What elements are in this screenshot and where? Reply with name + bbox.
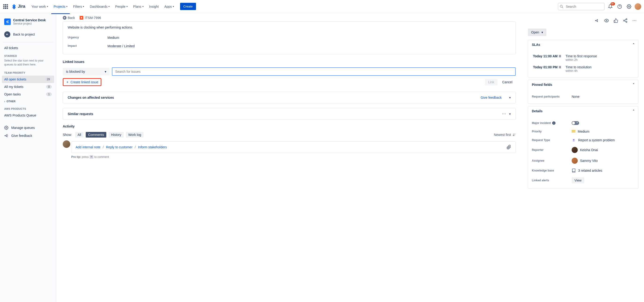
nav-projects[interactable]: Projects▾ [51,3,70,10]
sidebar-all-tickets[interactable]: All tickets [2,44,54,52]
search-input[interactable] [558,3,605,10]
reporter-avatar [572,147,578,153]
chevron-down-icon[interactable]: ▾ [509,112,511,116]
major-incident-toggle[interactable] [572,121,579,125]
show-label: Show: [63,133,72,137]
changes-panel[interactable]: Changes on affected services Give feedba… [63,92,516,103]
jira-logo-text: Jira [18,4,25,9]
queue-aws-products[interactable]: AWS Products Queue [2,112,54,119]
sort-button[interactable]: Newest first [494,133,516,137]
help-button[interactable] [616,3,624,10]
breadcrumb-back[interactable]: Back [63,16,75,20]
queue-all-open-tickets[interactable]: All open tickets29 [2,75,54,83]
project-icon [4,18,11,25]
chevron-down-icon: ▾ [83,5,84,8]
link-button[interactable]: Link [485,79,498,85]
link-type-select[interactable]: is blocked by ▾ [63,68,110,75]
info-icon[interactable]: i [552,121,556,125]
assignee-value[interactable]: Sammy Vito [572,158,598,164]
profile-avatar[interactable] [635,3,641,10]
queue-open-tasks[interactable]: Open tasks1 [2,90,54,98]
notifications-button[interactable]: 9+ [606,3,614,10]
reply-to-customer[interactable]: Reply to customer [106,145,132,149]
svg-point-12 [626,21,627,22]
cancel-button[interactable]: Cancel [499,79,516,85]
project-type: Service project [13,22,46,25]
priority-value[interactable]: Medium [572,130,590,133]
like-icon[interactable] [612,17,620,24]
pinned-header[interactable]: Pinned fields ˄ [528,80,638,90]
inform-stakeholders[interactable]: Inform stakeholders [138,145,167,149]
tab-history[interactable]: History [109,132,124,138]
svg-point-0 [560,5,562,7]
activity-heading: Activity [63,124,516,128]
svg-point-6 [81,17,82,18]
tab-all[interactable]: All [75,132,84,138]
chevron-up-icon: ˄ [633,109,634,113]
svg-line-1 [562,7,563,8]
chevron-down-icon: ▾ [47,5,48,8]
gear-icon [4,126,8,130]
attachment-icon[interactable] [506,145,511,149]
request-type-value[interactable]: Report a system problem [572,138,615,142]
knowledge-base-value[interactable]: 3 related articles [572,168,602,173]
svg-point-9 [606,20,607,21]
add-internal-note[interactable]: Add internal note [76,145,100,149]
reporter-value[interactable]: Keisha Onai [572,147,598,153]
app-switcher-icon[interactable] [3,4,8,9]
request-participants-value[interactable]: None [572,95,579,98]
impact-label: Impact [68,44,108,48]
queue-count: 29 [45,77,52,81]
nav-dashboards[interactable]: Dashboards▾ [87,3,112,10]
back-to-project[interactable]: Back to project [2,29,54,39]
other-section[interactable]: ›OTHER [2,98,54,105]
nav-filters[interactable]: Filters▾ [71,3,86,10]
nav-plans[interactable]: Plans▾ [131,3,146,10]
chevron-down-icon[interactable]: ▾ [509,96,511,99]
pinned-fields-card: Pinned fields ˄ Request participants Non… [528,80,638,104]
starred-hint: Select the star icon next to your queues… [2,59,54,68]
more-actions-icon[interactable]: ··· [631,17,638,24]
create-button[interactable]: Create [180,3,196,10]
share-icon[interactable] [622,17,629,24]
watch-icon[interactable] [603,17,610,24]
urgency-label: Urgency [68,36,108,39]
nav-apps[interactable]: Apps▾ [162,3,176,10]
queue-all-my-tickets[interactable]: All my tickets0 [2,83,54,90]
more-icon[interactable]: ··· [502,112,506,116]
svg-line-14 [624,19,626,20]
sidebar: Central Service Desk Service project Bac… [0,13,56,302]
settings-button[interactable] [625,3,633,10]
feedback-icon[interactable] [594,17,601,24]
description-panel: Website is clocking when performing acti… [63,21,516,54]
comment-input[interactable]: Add internal note / Reply to customer / … [71,141,516,153]
current-user-avatar [63,140,70,148]
manage-queues[interactable]: Manage queues [2,124,54,132]
assignee-label: Assignee [532,159,572,162]
tab-comments[interactable]: Comments [86,132,106,138]
give-feedback-link[interactable]: Give feedback [481,96,502,99]
status-dropdown[interactable]: Open ▾ [528,28,546,36]
give-feedback[interactable]: Give feedback [2,132,54,140]
arrow-left-icon [63,16,66,20]
plus-icon [66,80,69,84]
similar-requests-panel[interactable]: Similar requests ··· ▾ [63,108,516,120]
jira-logo[interactable]: Jira [11,4,25,9]
nav-insight[interactable]: Insight [147,3,161,10]
details-sidebar: ··· Open ▾ SLAs ˄ Today 11:00 AM [522,13,644,302]
tab-work-log[interactable]: Work log [126,132,144,138]
svg-point-16 [573,139,574,140]
search-issues-input[interactable] [112,67,516,76]
project-header[interactable]: Central Service Desk Service project [2,17,54,27]
create-linked-issue-button[interactable]: Create linked issue [63,78,102,86]
chevron-up-icon: ˄ [633,83,634,86]
details-card: Details ˄ Major incident i Priority [528,106,638,189]
breadcrumb-issue-key[interactable]: ITSM-7996 [80,16,101,20]
nav-your-work[interactable]: Your work▾ [29,3,50,10]
slas-header[interactable]: SLAs ˄ [528,40,638,50]
view-alerts-button[interactable]: View [572,177,584,183]
book-icon [572,168,576,173]
details-header[interactable]: Details ˄ [528,106,638,116]
linked-alerts-label: Linked alerts [532,179,572,182]
nav-people[interactable]: People▾ [113,3,130,10]
